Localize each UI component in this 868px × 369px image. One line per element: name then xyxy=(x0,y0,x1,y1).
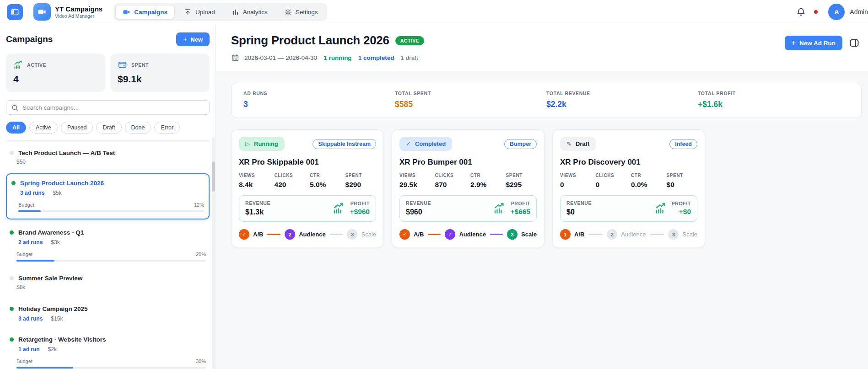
campaign-search xyxy=(6,100,210,115)
draft-count: 1 draft xyxy=(400,54,418,61)
summary-value: +$1.6k xyxy=(698,100,849,109)
ad-runs-link[interactable]: 1 ad run xyxy=(18,346,40,353)
filter-chip-error[interactable]: Error xyxy=(154,122,180,134)
campaigns-sidebar: Campaigns + New xyxy=(0,24,216,369)
ad-run-card[interactable]: ✓ Completed Bumper XR Pro Bumper 001 VIE… xyxy=(392,129,545,248)
sidebar-toggle-button[interactable] xyxy=(7,4,23,20)
topbar-divider xyxy=(28,6,28,18)
budget-percent: 30% xyxy=(196,358,206,364)
campaign-budget: $8k xyxy=(16,284,25,290)
campaign-name: Spring Product Launch 2026 xyxy=(20,180,104,187)
step-circle: 2 xyxy=(285,229,295,240)
filter-chips: All Active Paused Draft Done Error xyxy=(6,122,210,134)
metric-ctr: CTR 0.0% xyxy=(631,173,667,189)
revenue-box: REVENUE $1.3k xyxy=(239,195,376,222)
running-count: 1 running xyxy=(323,54,352,61)
step-label: Audience xyxy=(621,231,646,238)
app-subtitle: Video Ad Manager xyxy=(55,13,102,19)
stat-label: SPENT xyxy=(131,62,149,68)
search-input[interactable] xyxy=(22,104,205,111)
plus-icon: + xyxy=(183,36,187,43)
revenue-box: REVENUE $0 xyxy=(560,195,697,222)
trend-up-icon xyxy=(13,60,23,70)
campaign-list-item[interactable]: Spring Product Launch 2026 3 ad runs $5k… xyxy=(6,173,210,219)
campaign-list-item[interactable]: Brand Awareness - Q1 2 ad runs $3k Budge… xyxy=(6,224,210,267)
status-dot xyxy=(10,337,14,342)
campaign-list-item[interactable]: Summer Sale Preview $8k xyxy=(6,270,210,296)
ad-runs-link[interactable]: 3 ad runs xyxy=(20,190,44,196)
summary-label: TOTAL SPENT xyxy=(395,91,546,96)
tab-analytics[interactable]: Analytics xyxy=(224,5,275,19)
summary-label: AD RUNS xyxy=(243,91,395,96)
filter-chip-done[interactable]: Done xyxy=(125,122,151,134)
profit-label: PROFIT xyxy=(672,201,691,206)
stat-card-active: ACTIVE 4 xyxy=(6,53,105,92)
filter-chip-paused[interactable]: Paused xyxy=(61,122,93,134)
main-content: AD RUNS 3 TOTAL SPENT $585 TOTAL REVENUE… xyxy=(216,71,868,248)
pipeline: ✓ A/B 2 Audience 3 Scale xyxy=(239,229,376,240)
notifications-button[interactable] xyxy=(794,5,808,19)
campaign-name: Retargeting - Website Visitors xyxy=(18,336,106,343)
avatar[interactable]: A xyxy=(828,4,845,20)
check-icon: ✓ xyxy=(406,141,411,147)
step-label: Scale xyxy=(521,231,537,238)
tab-upload[interactable]: Upload xyxy=(177,5,222,19)
campaign-list-item[interactable]: Tech Product Launch — A/B Test $50 xyxy=(6,144,210,171)
video-camera-icon xyxy=(123,8,130,16)
progress-track xyxy=(16,367,206,369)
ad-run-card[interactable]: ✎ Draft Infeed XR Pro Discovery 001 VIEW… xyxy=(552,129,705,248)
metric-views: VIEWS 0 xyxy=(560,173,596,189)
campaign-budget: $5k xyxy=(53,190,61,196)
filter-chip-draft[interactable]: Draft xyxy=(96,122,121,134)
tab-campaigns[interactable]: Campaigns xyxy=(115,5,175,19)
tab-settings[interactable]: Settings xyxy=(277,5,325,19)
new-ad-run-button[interactable]: + New Ad Run xyxy=(785,36,842,50)
pipeline-step-audience: 2 Audience xyxy=(607,229,646,240)
calendar-icon xyxy=(231,53,239,62)
campaign-list-item[interactable]: Holiday Campaign 2025 3 ad runs $15k xyxy=(6,300,210,327)
metric-spent: SPENT $295 xyxy=(506,173,537,189)
wallet-icon xyxy=(118,60,127,70)
profit-label: PROFIT xyxy=(510,201,530,206)
plus-icon: + xyxy=(792,39,796,47)
stat-value: $9.1k xyxy=(118,74,202,85)
step-label: A/B xyxy=(253,231,263,238)
new-campaign-button[interactable]: + New xyxy=(176,32,210,46)
pipeline-step-audience: 2 Audience xyxy=(285,229,326,240)
revenue-label: REVENUE xyxy=(566,200,592,206)
pipeline-connector xyxy=(650,234,664,235)
nav-label: Upload xyxy=(195,9,215,16)
upload-arrow-icon xyxy=(184,8,192,16)
stat-value: 4 xyxy=(13,74,98,85)
metric-clicks: CLICKS 870 xyxy=(435,173,471,189)
campaign-name: Tech Product Launch — A/B Test xyxy=(18,150,115,156)
run-status-badge: ▷ Running xyxy=(239,137,285,151)
trend-up-icon xyxy=(332,202,345,214)
pipeline-step-scale: 3 Scale xyxy=(507,229,537,240)
app-window: YT Campaigns Video Ad Manager Campaigns xyxy=(0,0,868,369)
budget-label: Budget xyxy=(16,251,32,257)
ad-run-cards: ▷ Running Skippable Instream XR Pro Skip… xyxy=(231,129,862,248)
panel-left-icon xyxy=(11,8,19,16)
metric-ctr: CTR 5.0% xyxy=(310,173,345,189)
ad-run-title: XR Pro Bumper 001 xyxy=(399,158,537,167)
status-dot xyxy=(10,230,14,235)
scrollbar-thumb[interactable] xyxy=(212,161,215,192)
step-circle: 3 xyxy=(668,229,679,240)
status-badge: ACTIVE xyxy=(395,36,425,45)
ad-runs-link[interactable]: 3 ad runs xyxy=(18,316,43,322)
budget-progress: Budget 12% xyxy=(18,202,204,212)
campaign-budget: $15k xyxy=(51,316,63,322)
campaign-list-item[interactable]: Retargeting - Website Visitors 1 ad run … xyxy=(6,331,210,369)
ad-runs-link[interactable]: 2 ad runs xyxy=(18,239,43,246)
page-title: Spring Product Launch 2026 xyxy=(231,33,389,48)
notification-dot xyxy=(814,10,818,14)
completed-count: 1 completed xyxy=(358,54,394,61)
budget-percent: 12% xyxy=(194,202,204,208)
ad-run-card[interactable]: ▷ Running Skippable Instream XR Pro Skip… xyxy=(231,129,384,248)
stat-label: ACTIVE xyxy=(27,62,46,68)
right-panel-toggle-button[interactable] xyxy=(846,36,862,50)
filter-chip-all[interactable]: All xyxy=(6,122,26,134)
filter-chip-active[interactable]: Active xyxy=(29,122,58,134)
step-circle: 3 xyxy=(507,229,518,240)
